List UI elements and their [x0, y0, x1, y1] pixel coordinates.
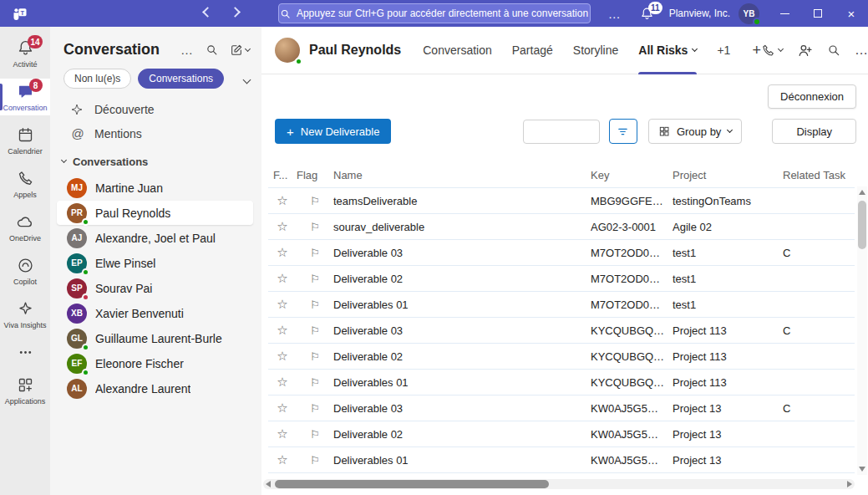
tab-conversation[interactable]: Conversation — [423, 27, 492, 74]
organization-name[interactable]: Planview, Inc. — [669, 8, 730, 19]
tab-overflow-count[interactable]: +1 — [717, 27, 730, 74]
column-favorite[interactable]: F... — [268, 169, 297, 181]
favorite-star-icon[interactable]: ☆ — [277, 297, 287, 311]
shortcut-discover[interactable]: Découverte — [50, 97, 261, 121]
call-button[interactable] — [761, 43, 783, 58]
chat-item-selected[interactable]: PR Paul Reynolds — [57, 201, 253, 225]
chat-item[interactable]: XB Xavier Benvenuti — [57, 301, 253, 325]
notifications-bell-icon[interactable]: 11 — [632, 7, 662, 21]
flag-icon[interactable]: ⚐ — [310, 454, 320, 467]
column-flag[interactable]: Flag — [297, 169, 333, 181]
rail-item-chat[interactable]: 8 Conversation — [0, 79, 50, 115]
favorite-star-icon[interactable]: ☆ — [277, 245, 287, 259]
table-row[interactable]: ☆ ⚐ Deliverables 01 M7OT2OD0… test1 — [268, 292, 855, 318]
flag-icon[interactable]: ⚐ — [310, 402, 320, 415]
conversation-search-icon[interactable] — [827, 43, 840, 57]
conversations-section-header[interactable]: Conversations — [50, 147, 261, 176]
back-icon[interactable] — [202, 7, 213, 18]
scroll-up-arrow-icon[interactable] — [859, 190, 865, 195]
pills-collapse-icon[interactable] — [244, 73, 250, 85]
flag-icon[interactable]: ⚐ — [310, 195, 320, 207]
table-filter-input[interactable] — [523, 120, 600, 144]
rail-item-activity[interactable]: 14 Activité — [0, 35, 50, 72]
rail-item-viva-insights[interactable]: Viva Insights — [0, 296, 50, 333]
table-row[interactable]: ☆ ⚐ teamsDeliverable MBG9GGFE… testingOn… — [268, 188, 855, 214]
rail-item-calls[interactable]: Appels — [0, 166, 50, 202]
filter-button[interactable] — [609, 119, 637, 144]
tab-storyline[interactable]: Storyline — [573, 27, 618, 74]
flag-icon[interactable]: ⚐ — [310, 428, 320, 441]
favorite-star-icon[interactable]: ☆ — [277, 401, 287, 415]
new-deliverable-button[interactable]: + New Deliverable — [275, 119, 391, 144]
titlebar-more-icon[interactable]: … — [598, 7, 632, 21]
chat-item[interactable]: SP Sourav Pai — [57, 276, 253, 300]
rail-item-onedrive[interactable]: OneDrive — [0, 209, 50, 246]
flag-icon[interactable]: ⚐ — [310, 324, 320, 337]
flag-icon[interactable]: ⚐ — [310, 350, 320, 363]
display-button[interactable]: Display — [772, 119, 856, 144]
window-close-button[interactable]: × — [835, 0, 868, 27]
flag-icon[interactable]: ⚐ — [310, 221, 320, 233]
flag-icon[interactable]: ⚐ — [310, 273, 320, 285]
forward-icon[interactable] — [230, 7, 241, 18]
global-search-input[interactable]: Appuyez sur Ctrl+G pour accéder directem… — [278, 3, 591, 23]
conversation-more-icon[interactable]: … — [855, 43, 868, 58]
vertical-scroll-thumb[interactable] — [858, 201, 866, 249]
favorite-star-icon[interactable]: ☆ — [277, 375, 287, 389]
chat-filter-more-icon[interactable]: … — [180, 43, 194, 57]
column-key[interactable]: Key — [591, 169, 673, 181]
table-row[interactable]: ☆ ⚐ Deliverable 02 M7OT2OD0… test1 — [268, 266, 855, 292]
group-by-button[interactable]: Group by — [648, 119, 742, 144]
flag-icon[interactable]: ⚐ — [310, 376, 320, 389]
window-minimize-button[interactable] — [768, 0, 801, 27]
favorite-star-icon[interactable]: ☆ — [277, 452, 287, 467]
horizontal-scroll-thumb[interactable] — [275, 480, 549, 488]
favorite-star-icon[interactable]: ☆ — [277, 323, 287, 337]
flag-icon[interactable]: ⚐ — [310, 247, 320, 259]
favorite-star-icon[interactable]: ☆ — [277, 219, 287, 233]
scroll-left-arrow-icon[interactable] — [266, 481, 271, 487]
table-row[interactable]: ☆ ⚐ Deliverables 01 KYCQUBGQ… Project 11… — [268, 370, 855, 395]
horizontal-scrollbar[interactable] — [263, 479, 855, 489]
column-related-task[interactable]: Related Task — [783, 169, 855, 181]
rail-item-copilot[interactable]: Copilot — [0, 253, 50, 289]
flag-icon[interactable]: ⚐ — [310, 299, 320, 311]
rail-item-applications[interactable]: Applications — [0, 372, 50, 409]
favorite-star-icon[interactable]: ☆ — [277, 349, 287, 363]
table-row[interactable]: ☆ ⚐ Deliverable 02 KW0AJ5G5… Project 13 — [268, 421, 855, 447]
favorite-star-icon[interactable]: ☆ — [277, 426, 287, 441]
table-row[interactable]: ☆ ⚐ Deliverables 01 KW0AJ5G5… Project 13 — [268, 447, 855, 473]
scroll-down-arrow-icon[interactable] — [859, 467, 865, 472]
tab-all-risks[interactable]: All Risks — [638, 27, 697, 74]
add-tab-icon[interactable]: + — [752, 42, 761, 59]
chat-item[interactable]: EP Elwe Pinsel — [57, 251, 253, 275]
chat-item[interactable]: MJ Martine Juan — [57, 176, 253, 200]
table-row[interactable]: ☆ ⚐ sourav_deliverable AG02-3-0001 Agile… — [268, 214, 855, 240]
table-row[interactable]: ☆ ⚐ Deliverable 02 KYCQUBGQ… Project 113 — [268, 344, 855, 370]
rail-item-calendar[interactable]: Calendrier — [0, 122, 50, 159]
tab-shared[interactable]: Partagé — [512, 27, 553, 74]
favorite-star-icon[interactable]: ☆ — [277, 271, 287, 285]
chat-item[interactable]: AL Alexandre Laurent — [57, 376, 253, 401]
filter-conversations-pill[interactable]: Conversations — [138, 69, 224, 89]
add-people-button[interactable] — [797, 43, 813, 59]
profile-avatar[interactable]: YB — [739, 3, 759, 24]
vertical-scrollbar[interactable] — [857, 186, 867, 475]
table-row[interactable]: ☆ ⚐ Deliverable 03 M7OT2OD0… test1 C — [268, 240, 855, 266]
table-row[interactable]: ☆ ⚐ Deliverable 03 KYCQUBGQ… Project 113… — [268, 318, 855, 344]
column-project[interactable]: Project — [673, 169, 783, 181]
table-row[interactable]: ☆ ⚐ Deliverable 03 KW0AJ5G5… Project 13 … — [268, 395, 855, 421]
logout-button[interactable]: Déconnexion — [768, 84, 856, 109]
chat-item[interactable]: EF Eleonore Fischer — [57, 351, 253, 375]
scroll-right-arrow-icon[interactable] — [847, 481, 852, 487]
new-chat-icon[interactable] — [230, 43, 250, 57]
filter-unread-pill[interactable]: Non lu(e)s — [63, 69, 131, 89]
shortcut-mentions[interactable]: @ Mentions — [50, 121, 261, 145]
chat-item[interactable]: AJ Alexandre, Joel et Paul — [57, 226, 253, 250]
window-maximize-button[interactable] — [801, 0, 835, 27]
favorite-star-icon[interactable]: ☆ — [277, 193, 287, 207]
chat-search-icon[interactable] — [206, 43, 218, 56]
chat-item[interactable]: GL Guillaume Laurent-Burle — [57, 326, 253, 350]
rail-item-more-apps[interactable] — [0, 339, 50, 365]
column-name[interactable]: Name — [333, 169, 591, 181]
